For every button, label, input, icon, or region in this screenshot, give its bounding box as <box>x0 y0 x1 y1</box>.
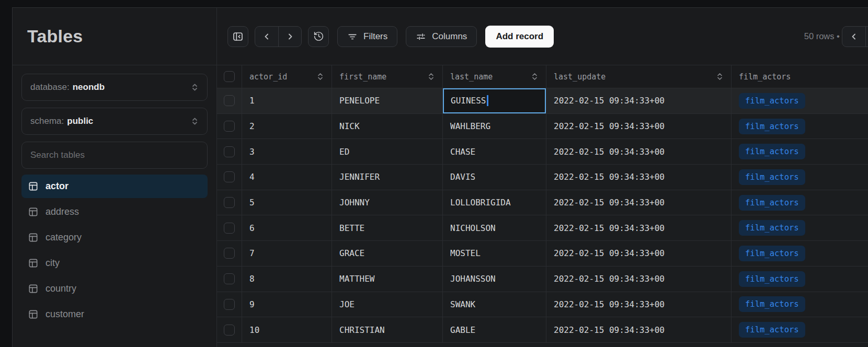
film-actors-link[interactable]: film_actors <box>739 220 805 236</box>
row-checkbox[interactable] <box>224 95 235 106</box>
cell-first-name[interactable]: GRACE <box>332 241 443 266</box>
cell-last-name[interactable]: NICHOLSON <box>443 215 546 240</box>
columns-button[interactable]: Columns <box>406 26 477 47</box>
cell-actor-id[interactable]: 9 <box>242 292 332 317</box>
film-actors-link[interactable]: film_actors <box>739 246 805 261</box>
cell-last-name[interactable]: MOSTEL <box>443 241 546 266</box>
filters-button[interactable]: Filters <box>337 26 397 47</box>
film-actors-link[interactable]: film_actors <box>739 322 805 338</box>
film-actors-link[interactable]: film_actors <box>739 119 805 134</box>
sidebar-table-item[interactable]: country <box>21 277 208 300</box>
cell-actor-id[interactable]: 5 <box>242 190 332 215</box>
table-row[interactable]: 10 CHRISTIAN GABLE 2022-02-15 09:34:33+0… <box>217 317 868 343</box>
cell-first-name[interactable]: PENELOPE <box>332 88 443 113</box>
film-actors-link[interactable]: film_actors <box>739 195 805 211</box>
cell-first-name[interactable]: JENNIFER <box>332 165 443 190</box>
cell-actor-id[interactable]: 3 <box>242 139 332 164</box>
sort-icon[interactable] <box>531 72 539 81</box>
cell-last-name[interactable]: WAHLBERG <box>443 114 546 139</box>
add-record-button[interactable]: Add record <box>485 26 554 48</box>
table-icon <box>28 181 39 192</box>
table-row[interactable]: 6 BETTE NICHOLSON 2022-02-15 09:34:33+00… <box>217 215 868 241</box>
sort-icon[interactable] <box>427 72 435 81</box>
table-row[interactable]: 8 MATTHEW JOHANSSON 2022-02-15 09:34:33+… <box>217 267 868 292</box>
column-header[interactable]: last_update <box>546 65 732 88</box>
cell-last-update[interactable]: 2022-02-15 09:34:33+00 <box>546 292 732 317</box>
cell-last-update[interactable]: 2022-02-15 09:34:33+00 <box>546 139 732 164</box>
cell-last-update[interactable]: 2022-02-15 09:34:33+00 <box>546 114 732 139</box>
cell-last-update[interactable]: 2022-02-15 09:34:33+00 <box>546 241 732 266</box>
collapse-sidebar-button[interactable] <box>227 26 248 47</box>
cell-actor-id[interactable]: 6 <box>242 215 332 240</box>
cell-last-update[interactable]: 2022-02-15 09:34:33+00 <box>546 317 732 342</box>
cell-last-update[interactable]: 2022-02-15 09:34:33+00 <box>546 165 732 190</box>
row-checkbox[interactable] <box>224 273 235 284</box>
row-checkbox[interactable] <box>224 325 235 336</box>
column-header[interactable]: last_name <box>443 65 546 88</box>
table-row[interactable]: 4 JENNIFER DAVIS 2022-02-15 09:34:33+00 … <box>217 165 868 190</box>
cell-actor-id[interactable]: 8 <box>242 267 332 292</box>
cell-last-update[interactable]: 2022-02-15 09:34:33+00 <box>546 267 732 292</box>
cell-last-update[interactable]: 2022-02-15 09:34:33+00 <box>546 190 732 215</box>
cell-actor-id[interactable]: 2 <box>242 114 332 139</box>
next-page-button[interactable] <box>278 27 301 47</box>
cell-first-name[interactable]: ED <box>332 139 443 164</box>
table-row[interactable]: 2 NICK WAHLBERG 2022-02-15 09:34:33+00 f… <box>217 114 868 140</box>
cell-last-name[interactable]: SWANK <box>443 292 546 317</box>
database-select[interactable]: database: neondb <box>21 74 208 101</box>
row-checkbox[interactable] <box>224 171 235 182</box>
cell-last-name[interactable]: CHASE <box>443 139 546 164</box>
film-actors-link[interactable]: film_actors <box>739 169 805 185</box>
film-actors-link[interactable]: film_actors <box>739 93 805 109</box>
cell-first-name[interactable]: JOE <box>332 292 443 317</box>
film-actors-link[interactable]: film_actors <box>739 296 805 312</box>
row-checkbox[interactable] <box>224 299 235 310</box>
table-row[interactable]: 9 JOE SWANK 2022-02-15 09:34:33+00 film_… <box>217 292 868 318</box>
sidebar-table-item[interactable]: category <box>21 226 208 249</box>
row-checkbox[interactable] <box>224 248 235 259</box>
film-actors-link[interactable]: film_actors <box>739 271 805 287</box>
table-row[interactable]: 3 ED CHASE 2022-02-15 09:34:33+00 film_a… <box>217 139 868 165</box>
cell-last-name[interactable]: DAVIS <box>443 165 546 190</box>
sidebar-table-item[interactable]: city <box>21 251 208 275</box>
sidebar-table-item[interactable]: actor <box>21 175 208 198</box>
sidebar-table-item[interactable]: customer <box>21 303 208 326</box>
sidebar-table-item[interactable]: address <box>21 200 208 224</box>
table-row[interactable]: 5 JOHNNY LOLLOBRIGIDA 2022-02-15 09:34:3… <box>217 190 868 216</box>
film-actors-link[interactable]: film_actors <box>739 144 805 159</box>
cell-actor-id[interactable]: 4 <box>242 165 332 190</box>
row-checkbox[interactable] <box>224 223 235 234</box>
scroll-columns-left-button[interactable] <box>842 27 865 47</box>
row-checkbox[interactable] <box>224 197 235 208</box>
schema-select[interactable]: schema: public <box>21 108 208 135</box>
cell-first-name[interactable]: CHRISTIAN <box>332 317 443 342</box>
cell-first-name[interactable]: MATTHEW <box>332 267 443 292</box>
cell-last-name[interactable]: LOLLOBRIGIDA <box>443 190 546 215</box>
cell-first-name[interactable]: JOHNNY <box>332 190 443 215</box>
column-header[interactable]: first_name <box>332 65 443 88</box>
table-row[interactable]: 7 GRACE MOSTEL 2022-02-15 09:34:33+00 fi… <box>217 241 868 267</box>
search-tables-input[interactable] <box>21 142 208 169</box>
cell-last-update[interactable]: 2022-02-15 09:34:33+00 <box>546 215 732 240</box>
select-all-checkbox[interactable] <box>224 71 235 82</box>
scroll-columns-right-button[interactable] <box>865 27 868 47</box>
cell-actor-id[interactable]: 7 <box>242 241 332 266</box>
row-checkbox[interactable] <box>224 121 235 132</box>
row-checkbox[interactable] <box>224 146 235 157</box>
column-header[interactable]: actor_id <box>242 65 332 88</box>
cell-last-name[interactable]: GABLE <box>443 317 546 342</box>
cell-last-update[interactable]: 2022-02-15 09:34:33+00 <box>546 88 732 113</box>
sort-icon[interactable] <box>716 72 724 81</box>
previous-page-button[interactable] <box>255 27 278 47</box>
cell-last-name[interactable]: GUINESS <box>443 88 546 113</box>
cell-actor-id[interactable]: 10 <box>242 317 332 342</box>
cell-first-name[interactable]: BETTE <box>332 215 443 240</box>
sort-icon[interactable] <box>316 72 324 81</box>
column-header[interactable]: film_actors <box>732 65 868 88</box>
table-row[interactable]: 1 PENELOPE GUINESS 2022-02-15 09:34:33+0… <box>217 88 868 114</box>
cell-editor[interactable]: GUINESS <box>443 88 546 113</box>
cell-first-name[interactable]: NICK <box>332 114 443 139</box>
cell-last-name[interactable]: JOHANSSON <box>443 267 546 292</box>
cell-actor-id[interactable]: 1 <box>242 88 332 113</box>
history-button[interactable] <box>308 26 329 47</box>
